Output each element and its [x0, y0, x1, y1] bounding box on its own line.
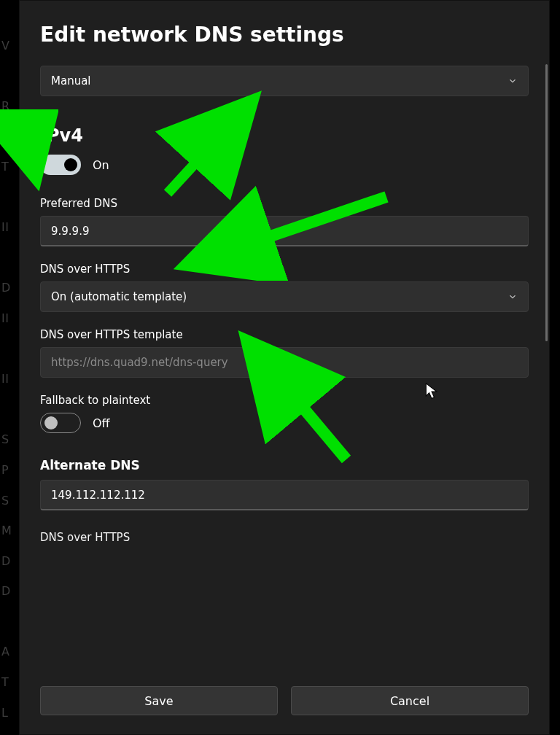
preferred-dns-value: 9.9.9.9: [51, 225, 89, 238]
doh-field: DNS over HTTPS On (automatic template): [40, 262, 529, 312]
cancel-button-label: Cancel: [390, 694, 429, 708]
alternate-doh-label-partial: DNS over HTTPS: [40, 531, 529, 544]
dialog-title: Edit network DNS settings: [40, 23, 529, 47]
fallback-field: Fallback to plaintext Off: [40, 394, 529, 433]
preferred-dns-input[interactable]: 9.9.9.9: [40, 216, 529, 246]
dns-mode-select[interactable]: Manual: [40, 66, 529, 96]
save-button-label: Save: [144, 694, 173, 708]
background-obscured-text: VRHTIIDIIIISPSMDDATLII: [1, 0, 12, 735]
doh-select[interactable]: On (automatic template): [40, 281, 529, 312]
doh-template-field: DNS over HTTPS template https://dns.quad…: [40, 328, 529, 378]
alternate-dns-label: Alternate DNS: [40, 458, 529, 472]
dialog-footer: Save Cancel: [20, 673, 549, 734]
alternate-dns-field: Alternate DNS 149.112.112.112: [40, 458, 529, 510]
doh-label: DNS over HTTPS: [40, 262, 529, 276]
chevron-down-icon: [508, 76, 518, 86]
dialog-body: Manual IPv4 On Preferred DNS 9.9.9.9 D: [20, 54, 549, 673]
dialog-scrollbar[interactable]: [545, 64, 548, 341]
fallback-toggle[interactable]: [40, 413, 81, 433]
fallback-toggle-label: Off: [93, 416, 110, 430]
fallback-label: Fallback to plaintext: [40, 394, 529, 407]
chevron-down-icon: [508, 292, 518, 302]
ipv4-toggle[interactable]: [40, 155, 81, 175]
cancel-button[interactable]: Cancel: [291, 686, 529, 715]
ipv4-section: IPv4 On: [40, 125, 529, 175]
doh-template-input: https://dns.quad9.net/dns-query: [40, 347, 529, 378]
doh-select-value: On (automatic template): [51, 290, 187, 303]
preferred-dns-label: Preferred DNS: [40, 197, 529, 210]
dns-settings-dialog: Edit network DNS settings Manual IPv4 On…: [19, 0, 550, 735]
toggle-thumb: [44, 416, 58, 429]
dns-mode-select-value: Manual: [51, 74, 91, 88]
preferred-dns-field: Preferred DNS 9.9.9.9: [40, 197, 529, 246]
toggle-thumb: [64, 158, 77, 171]
alternate-dns-value: 149.112.112.112: [51, 489, 145, 502]
scroll-fade: [20, 644, 549, 673]
alternate-dns-input[interactable]: 149.112.112.112: [40, 480, 529, 510]
dialog-header: Edit network DNS settings: [20, 1, 549, 54]
ipv4-heading: IPv4: [40, 125, 529, 146]
doh-template-value: https://dns.quad9.net/dns-query: [51, 356, 228, 369]
save-button[interactable]: Save: [40, 686, 278, 715]
ipv4-toggle-label: On: [93, 158, 109, 172]
doh-template-label: DNS over HTTPS template: [40, 328, 529, 341]
